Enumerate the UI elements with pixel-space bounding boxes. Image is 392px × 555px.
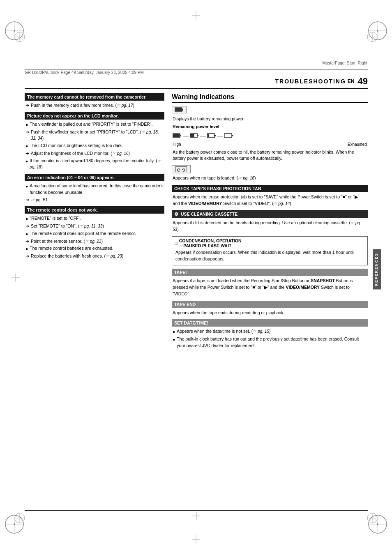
svg-rect-41	[173, 134, 180, 137]
remote-text-6: Replace the batteries with fresh ones. (…	[31, 253, 123, 260]
corner-circle-bl	[4, 514, 25, 534]
remote-item-2: ➔ Set "REMOTE" to "ON". (☞ pg. 31, 33)	[25, 223, 164, 230]
bullet-icon-6: ●	[25, 231, 28, 237]
master-page-label: MasterPage: Start_Right	[323, 61, 368, 65]
condensation-icon: □	[175, 241, 178, 246]
condensation-content: Appears if condensation occurs. When thi…	[175, 249, 365, 263]
bullet-icon-3: ●	[25, 158, 28, 165]
section-tape-end: TAPE END Appears when the tape ends duri…	[172, 301, 368, 316]
tape-header: TAPE!	[172, 269, 368, 276]
svg-rect-38	[175, 108, 182, 111]
set-date-content: ● Appears when the date/time is not set.…	[172, 328, 368, 349]
tape-cassette-icon	[175, 166, 187, 172]
svg-rect-40	[180, 135, 181, 136]
memory-card-header: The memory card cannot be removed from t…	[25, 93, 164, 101]
error-indication-header: An error indication (01 – 04 or 06) appe…	[25, 174, 164, 181]
remote-control-header: The remote control does not work.	[25, 206, 164, 214]
bullet-icon-4: ●	[25, 183, 28, 190]
condensation-description: Appears if condensation occurs. When thi…	[175, 249, 364, 263]
tape-icon-display	[172, 165, 368, 173]
battery-content: Displays the battery remaining power. Re…	[172, 116, 368, 162]
arrow-icon-1: ➔	[25, 102, 29, 109]
lcd-text-2: Push the viewfinder back in or set "PRIO…	[31, 129, 164, 142]
remote-text-4: Point at the remote sensor. (☞ pg. 23)	[31, 238, 103, 245]
battery-level-row: — — —	[173, 131, 367, 140]
page-header: TROUBLESHOOTING EN 49	[25, 76, 368, 89]
remote-text-5: The remote control batteries are exhaust…	[30, 245, 113, 252]
memory-card-text-1: Push in the memory card a few more times…	[31, 102, 134, 109]
remaining-power-label: Remaining power level	[173, 124, 367, 130]
use-cleaning-content: Appears if dirt is detected on the heads…	[172, 220, 368, 233]
remote-control-content: ● "REMOTE" is set to "OFF". ➔ Set "REMOT…	[25, 215, 164, 260]
arrow-icon-5: ➔	[25, 223, 29, 230]
no-tape-content: Appears when no tape is loaded. (☞ pg. 1…	[172, 175, 368, 182]
lcd-item-3: ● The LCD monitor's brightness setting i…	[25, 143, 164, 150]
no-tape-description: Appears when no tape is loaded. (☞ pg. 1…	[173, 175, 367, 182]
set-date-item-2: ● The built-in clock battery has run out…	[173, 336, 367, 349]
svg-rect-49	[232, 135, 233, 136]
reg-mark-mt	[192, 12, 200, 20]
lcd-text-1: The viewfinder is pulled out and "PRIORI…	[30, 121, 152, 128]
use-cleaning-description: Appears if dirt is detected on the heads…	[173, 220, 367, 233]
lcd-monitor-header: Picture does not appear on the LCD monit…	[25, 112, 164, 120]
warning-indications-title: Warning Indications	[172, 93, 368, 103]
error-text-1: A malfunction of some kind has occurred.…	[30, 183, 164, 196]
bullet-icon-7: ●	[25, 246, 28, 252]
section-remote-control: The remote control does not work. ● "REM…	[25, 206, 164, 260]
main-content: TROUBLESHOOTING EN 49 The memory card ca…	[25, 76, 368, 352]
right-column: REFERENCES Warning Indications	[172, 93, 368, 352]
remote-text-1: "REMOTE" is set to "OFF".	[30, 215, 81, 222]
battery-mid-icon	[190, 133, 199, 138]
remote-item-5: ● The remote control batteries are exhau…	[25, 245, 164, 252]
remote-item-6: ➔ Replace the batteries with fresh ones.…	[25, 253, 164, 260]
check-tape-content: Appears when the erase protection tab is…	[172, 194, 368, 207]
arrow-battery-1: —	[183, 131, 189, 140]
use-cleaning-header: ⊗ USE CLEANING CASSETTE	[172, 210, 368, 218]
arrow-icon-4: ➔	[25, 197, 29, 203]
lcd-text-3: The LCD monitor's brightness setting is …	[30, 143, 123, 149]
svg-rect-47	[208, 134, 209, 137]
set-date-text-2: The built-in clock battery has run out a…	[177, 336, 367, 349]
cleaning-icon: ⊗	[174, 211, 178, 217]
memory-card-item-1: ➔ Push in the memory card a few more tim…	[25, 102, 164, 109]
arrow-battery-2: —	[200, 131, 206, 140]
tape-description: Appears if a tape is not loaded when the…	[173, 278, 367, 297]
condensation-title: CONDENSATION, OPERATION—PAUSED PLEASE WA…	[179, 238, 242, 248]
lcd-item-2: ➔ Push the viewfinder back in or set "PR…	[25, 129, 164, 142]
svg-rect-48	[224, 134, 232, 138]
set-date-header: SET DATE/TIME!	[172, 319, 368, 327]
arrow-icon-7: ➔	[25, 253, 29, 260]
bullet-icon-1: ●	[25, 122, 28, 128]
corner-circle-br	[367, 514, 388, 534]
section-check-tape: CHECK TAPE'S ERASE PROTECTION TAB Appear…	[172, 185, 368, 207]
en-label: EN	[348, 78, 355, 84]
battery-full-icon	[175, 107, 184, 112]
svg-rect-46	[214, 135, 216, 136]
troubleshooting-title: TROUBLESHOOTING	[275, 78, 346, 85]
section-memory-card: The memory card cannot be removed from t…	[25, 93, 164, 109]
remote-item-3: ● The remote control does not point at t…	[25, 230, 164, 237]
error-item-2: ➔ ☞ pg. 51.	[25, 197, 164, 203]
remote-item-4: ➔ Point at the remote sensor. (☞ pg. 23)	[25, 238, 164, 245]
condensation-header: □ CONDENSATION, OPERATION—PAUSED PLEASE …	[175, 238, 365, 248]
battery-low-icon	[207, 133, 216, 138]
lcd-monitor-content: ● The viewfinder is pulled out and "PRIO…	[25, 121, 164, 170]
left-column: The memory card cannot be removed from t…	[25, 93, 164, 352]
bottom-crosshair	[192, 512, 201, 520]
section-no-tape: Appears when no tape is loaded. (☞ pg. 1…	[172, 165, 368, 182]
corner-circle-tr	[367, 21, 388, 41]
tape-end-content: Appears when the tape ends during record…	[172, 310, 368, 316]
battery-high-icon	[173, 133, 182, 138]
section-set-date: SET DATE/TIME! ● Appears when the date/t…	[172, 319, 368, 349]
error-indication-content: ● A malfunction of some kind has occurre…	[25, 183, 164, 203]
condensation-box: □ CONDENSATION, OPERATION—PAUSED PLEASE …	[172, 236, 368, 266]
section-battery: Displays the battery remaining power. Re…	[172, 106, 368, 162]
tape-end-header: TAPE END	[172, 301, 368, 308]
battery-labels-row: High Exhausted	[173, 141, 367, 147]
corner-circle-tl	[4, 21, 25, 41]
lcd-item-1: ● The viewfinder is pulled out and "PRIO…	[25, 121, 164, 128]
svg-rect-44	[190, 134, 194, 137]
memory-card-content: ➔ Push in the memory card a few more tim…	[25, 102, 164, 109]
tape-content: Appears if a tape is not loaded when the…	[172, 278, 368, 297]
remote-text-3: The remote control does not point at the…	[30, 230, 136, 237]
